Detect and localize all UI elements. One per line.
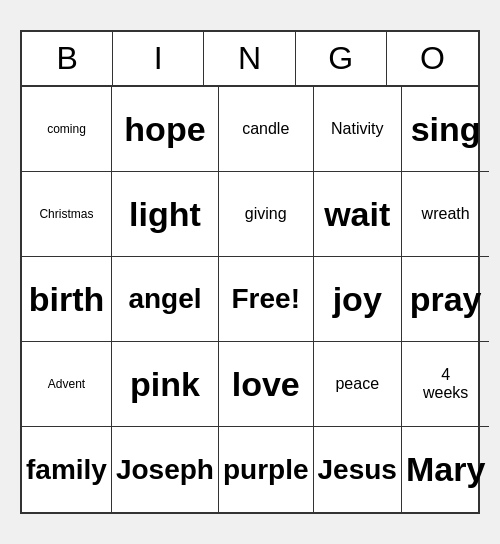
cell-text-12: Free! <box>232 283 300 315</box>
bingo-cell-12: Free! <box>219 257 314 342</box>
cell-text-11: angel <box>128 283 201 315</box>
bingo-cell-0: coming <box>22 87 112 172</box>
bingo-cell-16: pink <box>112 342 219 427</box>
cell-text-10: birth <box>29 280 105 319</box>
bingo-cell-21: Joseph <box>112 427 219 512</box>
cell-text-24: Mary <box>406 450 485 489</box>
bingo-cell-24: Mary <box>402 427 489 512</box>
cell-text-6: light <box>129 195 201 234</box>
cell-text-19: 4weeks <box>423 366 468 402</box>
cell-text-8: wait <box>324 195 390 234</box>
bingo-cell-22: purple <box>219 427 314 512</box>
cell-text-9: wreath <box>422 205 470 223</box>
bingo-cell-23: Jesus <box>314 427 402 512</box>
bingo-cell-3: Nativity <box>314 87 402 172</box>
cell-text-3: Nativity <box>331 120 383 138</box>
cell-text-5: Christmas <box>39 207 93 221</box>
bingo-cell-20: family <box>22 427 112 512</box>
header-letter-G: G <box>296 32 387 85</box>
cell-text-23: Jesus <box>318 454 397 486</box>
cell-text-15: Advent <box>48 377 85 391</box>
bingo-grid: cominghopecandleNativitysingChristmaslig… <box>22 87 478 512</box>
bingo-card: BINGO cominghopecandleNativitysingChrist… <box>20 30 480 514</box>
cell-text-1: hope <box>124 110 205 149</box>
cell-text-21: Joseph <box>116 454 214 486</box>
bingo-cell-9: wreath <box>402 172 489 257</box>
bingo-cell-8: wait <box>314 172 402 257</box>
header-letter-I: I <box>113 32 204 85</box>
cell-text-14: pray <box>410 280 482 319</box>
bingo-header: BINGO <box>22 32 478 87</box>
cell-text-2: candle <box>242 120 289 138</box>
bingo-cell-10: birth <box>22 257 112 342</box>
header-letter-O: O <box>387 32 478 85</box>
bingo-cell-18: peace <box>314 342 402 427</box>
bingo-cell-17: love <box>219 342 314 427</box>
bingo-cell-4: sing <box>402 87 489 172</box>
cell-text-20: family <box>26 454 107 486</box>
cell-text-17: love <box>232 365 300 404</box>
bingo-cell-6: light <box>112 172 219 257</box>
bingo-cell-7: giving <box>219 172 314 257</box>
bingo-cell-5: Christmas <box>22 172 112 257</box>
bingo-cell-14: pray <box>402 257 489 342</box>
bingo-cell-11: angel <box>112 257 219 342</box>
bingo-cell-19: 4weeks <box>402 342 489 427</box>
cell-text-16: pink <box>130 365 200 404</box>
bingo-cell-15: Advent <box>22 342 112 427</box>
header-letter-N: N <box>204 32 295 85</box>
header-letter-B: B <box>22 32 113 85</box>
cell-text-13: joy <box>333 280 382 319</box>
cell-text-4: sing <box>411 110 481 149</box>
bingo-cell-1: hope <box>112 87 219 172</box>
cell-text-22: purple <box>223 454 309 486</box>
cell-text-7: giving <box>245 205 287 223</box>
cell-text-18: peace <box>335 375 379 393</box>
bingo-cell-2: candle <box>219 87 314 172</box>
bingo-cell-13: joy <box>314 257 402 342</box>
cell-text-0: coming <box>47 122 86 136</box>
